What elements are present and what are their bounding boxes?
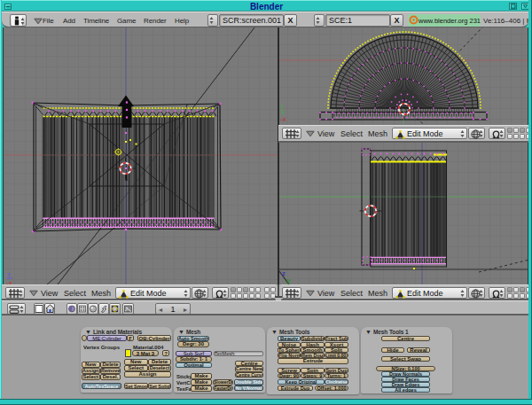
svg-text:-x: -x: [280, 115, 286, 123]
svg-text:y: y: [286, 276, 291, 284]
svg-text:z: z: [7, 270, 11, 278]
svg-text:z: z: [282, 269, 286, 277]
